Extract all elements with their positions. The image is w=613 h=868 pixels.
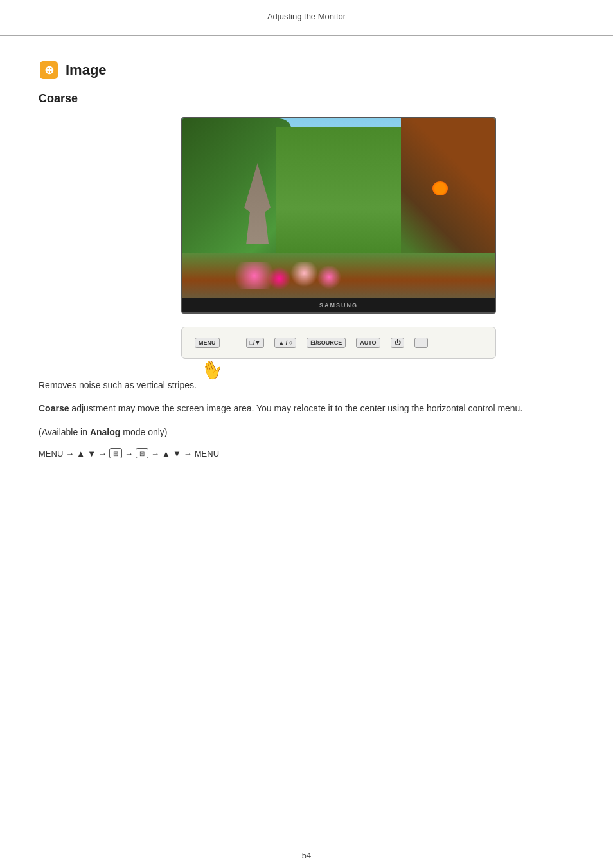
monitor-images-container: SAMSUNG MENU □/▼ ▲ / ○ ⊟/SOURCE AUTO ⏻ —… (103, 117, 574, 359)
description-para3: (Available in Analog mode only) (39, 425, 574, 439)
coarse-bold: Coarse (39, 403, 69, 413)
section-title-row: ⊕ Image (39, 60, 574, 80)
description-area: Removes noise such as vertical stripes. … (39, 378, 574, 458)
page-header-title: Adjusting the Monitor (267, 12, 346, 21)
ctrl-menu-btn: MENU (195, 338, 220, 348)
subsection-title: Coarse (39, 92, 574, 105)
ctrl-btn2: ▲ / ○ (274, 338, 296, 348)
monitor-display-image: SAMSUNG (181, 117, 496, 314)
control-panel-image: MENU □/▼ ▲ / ○ ⊟/SOURCE AUTO ⏻ — ✋ (181, 327, 496, 359)
page-number: 54 (302, 851, 311, 860)
ctrl-btn1: □/▼ (246, 338, 265, 348)
ctrl-btn4: AUTO (356, 338, 380, 348)
ctrl-btn3: ⊟/SOURCE (306, 338, 346, 348)
description-para2: Coarse adjustment may move the screen im… (39, 401, 574, 415)
ctrl-btn6: — (414, 338, 428, 348)
ctrl-btn5: ⏻ (391, 338, 404, 348)
description-para1: Removes noise such as vertical stripes. (39, 378, 574, 392)
section-title: Image (66, 62, 107, 78)
svg-text:⊕: ⊕ (44, 64, 54, 77)
analog-bold: Analog (90, 427, 120, 437)
nav-sequence: MENU → ▲ ▼ → ⊟ → ⊟ → ▲ ▼ → MENU (39, 448, 574, 458)
image-section-icon: ⊕ (39, 60, 59, 80)
samsung-logo: SAMSUNG (319, 302, 358, 309)
